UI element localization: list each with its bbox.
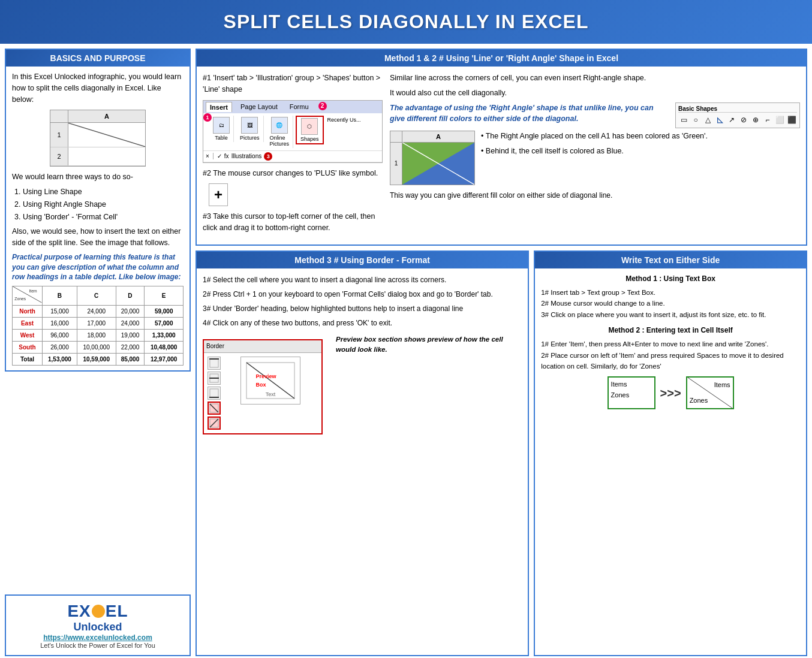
south-label: South xyxy=(13,342,43,354)
ribbon-body: 1 🗂 Table 🖼 Pictures 🌐 xyxy=(203,113,382,150)
east-d: 24,000 xyxy=(116,318,145,330)
basics-section: BASICS AND PURPOSE In this Excel Unlocke… xyxy=(5,49,191,372)
items-zones-cell-1: Items Zones xyxy=(608,376,655,409)
num-badge-3: 3 xyxy=(264,152,272,161)
ribbon-shapes-label: Shapes xyxy=(300,136,319,142)
formula-check: ✓ xyxy=(217,153,222,159)
south-e: 10,48,000 xyxy=(145,342,184,354)
logo-box: EXEL Unlocked https://www.excelunlocked.… xyxy=(5,594,191,656)
logo-ex: EX xyxy=(67,602,91,620)
col-c-header: C xyxy=(77,286,116,306)
east-c: 17,000 xyxy=(77,318,116,330)
cell2-diag-line xyxy=(687,378,733,408)
south-b: 26,000 xyxy=(43,342,77,354)
methods-list: Using Line Shape Using Right Angle Shape… xyxy=(23,186,184,222)
south-c: 10,00,000 xyxy=(77,342,116,354)
color-demo-excel: A 1 xyxy=(390,131,475,185)
ribbon-tab-insert[interactable]: Insert xyxy=(206,102,232,112)
ribbon-online-label: OnlinePictures xyxy=(270,135,290,147)
shape-misc2: ⊕ xyxy=(750,114,761,125)
right-text1: Similar line across the corners of cell,… xyxy=(390,73,800,84)
logo-url[interactable]: https://www.excelunlocked.com xyxy=(12,633,184,642)
table-row: Total 1,53,000 10,59,000 85,000 12,97,00… xyxy=(13,354,184,366)
write-text-section: Write Text on Either Side Method 1 : Usi… xyxy=(534,250,807,656)
border-button-group xyxy=(207,357,221,430)
border-dialog-body: Preview Box Text xyxy=(204,353,321,433)
method1-title: Method 1 : Using Text Box xyxy=(541,273,800,285)
main-title: SPLIT CELLS DIAGONALLY IN EXCEL xyxy=(0,0,812,44)
ribbon-shapes-icon[interactable]: ⬡ xyxy=(301,118,318,135)
ribbon-num-2: 2 xyxy=(318,102,327,110)
border-dialog-title: Border xyxy=(204,340,321,353)
color-demo-row1: 1 xyxy=(390,143,474,185)
write-text-content: Method 1 : Using Text Box 1# Insert tab … xyxy=(535,268,806,415)
m3-step1: 1# Select the cell where you want to ins… xyxy=(203,274,522,286)
table-row: South 26,000 10,00,000 22,000 10,48,000 xyxy=(13,342,184,354)
shape-misc5: ⬛ xyxy=(786,114,797,125)
south-d: 22,000 xyxy=(116,342,145,354)
color-demo-header: A xyxy=(390,131,474,143)
border-btn-diag2[interactable] xyxy=(207,416,221,430)
table-row: West 96,000 18,000 19,000 1,33,000 xyxy=(13,330,184,342)
also-text: Also, we would see, how to insert the te… xyxy=(12,226,184,249)
border-btn-bottom[interactable] xyxy=(207,387,221,400)
color-demo-bullets: • The Right Angle placed on the cell A1 … xyxy=(481,131,708,161)
wt-m1-step3: 3# Click on place where you want to inse… xyxy=(541,309,800,320)
bottom-right-row: Method 3 # Using Border - Format 1# Sele… xyxy=(196,250,807,656)
method3-section: Method 3 # Using Border - Format 1# Sele… xyxy=(196,250,529,656)
items-zones-demo: Items Zones >>> Items Zones xyxy=(541,376,800,409)
border-dialog-section: Border xyxy=(203,334,522,434)
wt-m1-step1: 1# Insert tab > Text group > Text Box. xyxy=(541,287,800,298)
color-cell-svg xyxy=(402,143,474,185)
border-btn-top[interactable] xyxy=(207,357,221,370)
col-a-label: A xyxy=(402,131,474,142)
border-btn-middle[interactable] xyxy=(207,372,221,385)
basic-shapes-box: Basic Shapes ▭ ○ △ ◺ ↗ ⊘ ⊕ ⌐ ⬜ xyxy=(675,102,800,128)
method3-header: Method 3 # Using Border - Format xyxy=(197,252,528,268)
color-cell-blue xyxy=(402,143,474,185)
col-b-header: B xyxy=(43,286,77,306)
border-btn-diag1[interactable] xyxy=(207,402,221,415)
cell1-zones: Zones xyxy=(611,390,652,401)
east-label: East xyxy=(13,318,43,330)
svg-rect-6 xyxy=(210,359,218,367)
logo-circle xyxy=(92,605,105,618)
north-b: 15,000 xyxy=(43,306,77,318)
col-e-header: E xyxy=(145,286,184,306)
m3-step2: 2# Press Ctrl + 1 on your keyboard to op… xyxy=(203,289,522,300)
shape-arrow: ↗ xyxy=(726,114,737,125)
shape-misc4: ⬜ xyxy=(774,114,785,125)
svg-line-0 xyxy=(68,123,145,147)
border-preview-section: Preview Box Text xyxy=(223,357,318,405)
formula-fx: fx xyxy=(224,153,229,159)
intro-text: In this Excel Unlocked infographic, you … xyxy=(12,71,184,105)
left-column: BASICS AND PURPOSE In this Excel Unlocke… xyxy=(5,49,191,656)
col-d-header: D xyxy=(116,286,145,306)
east-e: 57,000 xyxy=(145,318,184,330)
north-d: 20,000 xyxy=(116,306,145,318)
logo-unlocked: Unlocked xyxy=(12,621,184,633)
svg-line-13 xyxy=(210,404,218,412)
ribbon-online-icon: 🌐 xyxy=(271,117,288,134)
svg-text:Item: Item xyxy=(29,289,37,293)
border-preview-box: Preview Box Text xyxy=(240,357,300,405)
north-label: North xyxy=(13,306,43,318)
step2-text: #2 The mouse cursor changes to 'PLUS' li… xyxy=(203,168,383,179)
recently-used-label: Recently Us... xyxy=(326,116,362,124)
total-d: 85,000 xyxy=(116,354,145,366)
diag-header-cell: Item Zones xyxy=(13,286,43,306)
west-d: 19,000 xyxy=(116,330,145,342)
basics-content: In this Excel Unlocked infographic, you … xyxy=(6,67,190,370)
north-e: 59,000 xyxy=(145,306,184,318)
ribbon-group-tables: 🗂 Table xyxy=(209,116,234,142)
ribbon-tab-formulas[interactable]: Formu xyxy=(286,102,312,112)
italic-purpose: Practical purpose of learning this featu… xyxy=(12,252,184,282)
east-b: 16,000 xyxy=(43,318,77,330)
preview-italic-text: Preview box section shows preview of how… xyxy=(336,334,522,355)
west-label: West xyxy=(13,330,43,342)
west-e: 1,33,000 xyxy=(145,330,184,342)
west-c: 18,000 xyxy=(77,330,116,342)
excel-row-2: 2 xyxy=(50,147,145,166)
m3-step3: 3# Under 'Border' heading, below highlig… xyxy=(203,303,522,315)
ribbon-tab-pagelayout[interactable]: Page Layout xyxy=(237,102,281,112)
